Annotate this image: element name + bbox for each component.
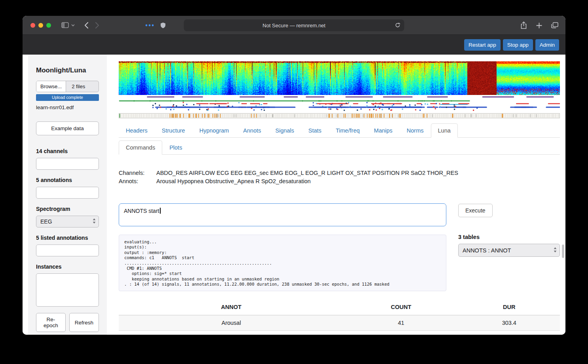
file-upload-control: Browse... 2 files: [36, 81, 99, 92]
channels-heading: 14 channels: [36, 148, 99, 154]
select-arrows-icon: [554, 247, 557, 254]
epoch-ruler[interactable]: [119, 113, 560, 118]
chevron-down-icon[interactable]: [71, 24, 75, 27]
channels-label: Channels:: [119, 169, 156, 177]
annots-list: Arousal Hypopnea Obstructive_Apnea R SpO…: [156, 177, 311, 186]
tab-stats[interactable]: Stats: [301, 123, 328, 138]
example-data-button[interactable]: Example data: [36, 121, 99, 135]
url-text: Not Secure — remnrem.net: [263, 23, 326, 28]
output-row: evaluating... input(s): output : :memory…: [119, 235, 560, 291]
window-controls: [30, 23, 51, 28]
results-table: ANNOT COUNT DUR Arousal 41 303.4 Hypopne…: [119, 301, 560, 335]
spectrogram-select[interactable]: EEG: [36, 216, 99, 228]
admin-button[interactable]: Admin: [535, 39, 559, 51]
tab-timefreq[interactable]: Time/freq: [328, 123, 367, 138]
subtab-commands[interactable]: Commands: [119, 140, 162, 155]
app-header: Restart app Stop app Admin: [23, 35, 565, 55]
column-annot: ANNOT: [119, 301, 344, 315]
sidebar-buttons: Re-epoch Refresh: [36, 313, 99, 332]
table-row: Hypopnea 101 2743.3: [119, 331, 560, 335]
address-bar[interactable]: Not Secure — remnrem.net: [184, 19, 404, 31]
subtab-plots[interactable]: Plots: [162, 140, 189, 155]
tab-norms[interactable]: Norms: [400, 123, 431, 138]
channels-filter-input[interactable]: [36, 158, 99, 170]
hypnogram-annotation-track[interactable]: [119, 96, 560, 113]
page-body: Moonlight/Luna Browse... 2 files Upload …: [23, 55, 565, 335]
forward-button[interactable]: [95, 22, 99, 29]
cell-annot: Arousal: [119, 315, 344, 331]
upload-progress-bar: Upload complete: [36, 94, 99, 101]
instances-textarea[interactable]: [36, 273, 99, 307]
select-arrows-icon: [93, 218, 96, 225]
tab-annots[interactable]: Annots: [236, 123, 268, 138]
console-output: evaluating... input(s): output : :memory…: [119, 235, 446, 291]
browser-titlebar: Not Secure — remnrem.net: [23, 16, 565, 35]
luna-subtabs: Commands Plots: [119, 140, 560, 155]
main-tabs: Headers Structure Hypnogram Annots Signa…: [119, 123, 560, 138]
tables-heading: 3 tables: [458, 234, 560, 240]
share-icon[interactable]: [520, 21, 527, 29]
restart-app-button[interactable]: Restart app: [464, 39, 501, 51]
dataset-info: Channels: ABDO_RES AIRFLOW ECG EEG EEG_s…: [119, 169, 560, 186]
text-caret: [160, 208, 161, 214]
annots-label: Annots:: [119, 177, 156, 186]
close-button[interactable]: [30, 23, 35, 28]
annotations-heading: 5 annotations: [36, 177, 99, 183]
command-input[interactable]: ANNOTS start: [119, 203, 446, 226]
shield-icon[interactable]: [160, 22, 166, 28]
page-scrollbar[interactable]: [562, 245, 564, 258]
browser-window: Not Secure — remnrem.net Restart app Sto…: [23, 16, 565, 335]
main-content: Headers Structure Hypnogram Annots Signa…: [107, 55, 565, 335]
command-row: ANNOTS start Execute: [119, 203, 560, 226]
app-title: Moonlight/Luna: [36, 66, 99, 74]
loaded-file-name: learn-nsrr01.edf: [36, 104, 99, 110]
spectrogram-heading: Spectrogram: [36, 206, 99, 212]
stop-app-button[interactable]: Stop app: [503, 39, 533, 51]
re-epoch-button[interactable]: Re-epoch: [36, 313, 66, 332]
table-select[interactable]: ANNOTS : ANNOT: [458, 244, 560, 257]
titlebar-right-actions: [520, 16, 558, 35]
column-dur: DUR: [459, 301, 560, 315]
table-header-row: ANNOT COUNT DUR: [119, 301, 560, 315]
tab-overview-icon[interactable]: [551, 22, 558, 28]
column-count: COUNT: [344, 301, 459, 315]
tab-manips[interactable]: Manips: [367, 123, 400, 138]
new-tab-icon[interactable]: [536, 23, 542, 28]
cell-dur: 2743.3: [459, 331, 560, 335]
instances-heading: Instances: [36, 264, 99, 270]
table-row: Arousal 41 303.4: [119, 315, 560, 331]
minimize-button[interactable]: [38, 23, 43, 28]
reload-icon[interactable]: [395, 22, 401, 28]
tab-luna[interactable]: Luna: [431, 123, 458, 138]
tab-hypnogram[interactable]: Hypnogram: [192, 123, 236, 138]
listed-annotations-heading: 5 listed annotations: [36, 235, 99, 241]
browse-button[interactable]: Browse...: [36, 81, 66, 92]
spectrogram-select-value: EEG: [40, 218, 52, 225]
sidebar-toggle-icon[interactable]: [61, 22, 69, 28]
tab-signals[interactable]: Signals: [268, 123, 302, 138]
command-text: ANNOTS start: [124, 208, 159, 214]
execute-button[interactable]: Execute: [458, 204, 493, 217]
tables-panel: 3 tables ANNOTS : ANNOT: [458, 235, 560, 257]
listed-annotations-input[interactable]: [36, 245, 99, 256]
tab-structure[interactable]: Structure: [155, 123, 192, 138]
extensions-icon[interactable]: [145, 24, 154, 27]
back-button[interactable]: [84, 22, 89, 29]
spectrogram-image[interactable]: [119, 61, 560, 95]
channels-list: ABDO_RES AIRFLOW ECG EEG EEG_sec EMG EOG…: [156, 169, 458, 177]
files-count-label: 2 files: [66, 81, 85, 92]
cell-count: 41: [344, 315, 459, 331]
tab-headers[interactable]: Headers: [119, 123, 155, 138]
cell-annot: Hypopnea: [119, 331, 344, 335]
sidebar: Moonlight/Luna Browse... 2 files Upload …: [28, 55, 107, 335]
annotations-filter-input[interactable]: [36, 187, 99, 199]
table-select-value: ANNOTS : ANNOT: [463, 247, 511, 254]
cell-dur: 303.4: [459, 315, 560, 331]
refresh-button[interactable]: Refresh: [69, 313, 99, 332]
cell-count: 101: [344, 331, 459, 335]
zoom-button[interactable]: [46, 23, 51, 28]
